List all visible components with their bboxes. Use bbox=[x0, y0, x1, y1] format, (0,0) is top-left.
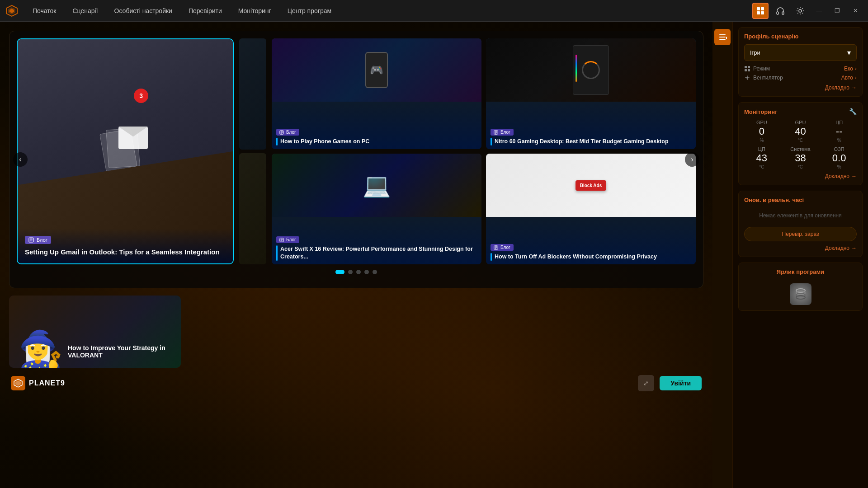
badge-text-2: Блог bbox=[500, 130, 510, 135]
cpu-temp-label: ЦП bbox=[744, 146, 779, 152]
arrow-right-monitoring-icon: → bbox=[851, 173, 857, 179]
monitor-ram: ОЗП 0.0 % bbox=[821, 146, 857, 169]
carousel-next-button[interactable]: › bbox=[685, 152, 699, 167]
svg-point-40 bbox=[746, 77, 748, 79]
scenario-dropdown[interactable]: Ігри ▾ bbox=[744, 44, 857, 61]
nav-scenarios[interactable]: Сценарії bbox=[65, 5, 105, 17]
dot-3[interactable] bbox=[356, 270, 361, 274]
rgb-strip bbox=[576, 55, 577, 82]
scenario-more-link[interactable]: Докладно → bbox=[744, 84, 857, 91]
monitor-system-temp: Система 38 °C bbox=[783, 146, 818, 169]
sidebar-toggle-button[interactable] bbox=[714, 29, 731, 45]
featured-card[interactable]: 3 Блог Setting Up bbox=[17, 38, 234, 264]
gpu-temp-value: 40 bbox=[783, 126, 818, 137]
dot-1[interactable] bbox=[335, 270, 344, 274]
blog-card-ad-blocker[interactable]: Block Ads Блог bbox=[486, 154, 696, 264]
svg-rect-24 bbox=[281, 239, 283, 240]
badge-text-4: Блог bbox=[500, 245, 510, 250]
carousel-prev-button[interactable]: ‹ bbox=[13, 152, 28, 167]
svg-rect-15 bbox=[281, 131, 283, 131]
minimize-button[interactable]: — bbox=[812, 4, 826, 18]
dot-4[interactable] bbox=[364, 270, 369, 274]
dot-2[interactable] bbox=[348, 270, 353, 274]
carousel-section: ‹ › 3 bbox=[9, 31, 703, 288]
monitoring-more-link[interactable]: Докладно → bbox=[744, 173, 857, 179]
blog-card-img-ad-blocker: Block Ads bbox=[486, 154, 696, 217]
svg-rect-17 bbox=[281, 133, 282, 133]
blue-bar-3 bbox=[276, 245, 278, 261]
fan-icon bbox=[744, 75, 750, 81]
featured-card-title: Setting Up Gmail in Outlook: Tips for a … bbox=[25, 248, 226, 257]
settings-icon-btn[interactable] bbox=[792, 3, 808, 19]
check-now-button[interactable]: Перевір. зараз bbox=[744, 227, 857, 241]
block-ads-key: Block Ads bbox=[576, 180, 607, 191]
planet9-icon-svg bbox=[13, 378, 23, 388]
scenario-dropdown-value: Ігри bbox=[750, 49, 760, 56]
wrench-icon[interactable]: 🔧 bbox=[849, 108, 857, 115]
app-logo bbox=[5, 5, 18, 17]
svg-rect-38 bbox=[745, 69, 747, 71]
ram-unit: % bbox=[821, 164, 857, 169]
carousel-grid: ‹ › 3 bbox=[17, 38, 696, 264]
blog-card-img-acer: 💻 bbox=[272, 154, 481, 217]
svg-rect-33 bbox=[719, 37, 726, 38]
blog-card-gaming-desktop[interactable]: Блог Nitro 60 Gaming Desktop: Best Mid T… bbox=[486, 38, 696, 149]
blog-card-acer[interactable]: 💻 Блог bbox=[272, 154, 481, 264]
svg-rect-21 bbox=[495, 133, 496, 133]
blog-cards-grid: 🎮 Блог bbox=[272, 38, 696, 264]
blue-bar-4 bbox=[491, 253, 492, 261]
valorant-character: 🧙‍♀️ bbox=[18, 332, 63, 368]
valorant-card[interactable]: 🧙‍♀️ How to Improve Your Strategy in VAL… bbox=[9, 296, 181, 368]
blog-card-title-row-2: Nitro 60 Gaming Desktop: Best Mid Tier B… bbox=[491, 138, 691, 145]
system-temp-label: Система bbox=[783, 146, 818, 152]
main-layout: ‹ › 3 bbox=[0, 22, 868, 488]
headset-icon-btn[interactable] bbox=[772, 3, 788, 19]
blog-card-img-gaming-desktop bbox=[486, 38, 696, 102]
footer-actions: ⤢ Увійти bbox=[638, 375, 702, 391]
svg-rect-37 bbox=[748, 66, 750, 68]
svg-rect-20 bbox=[495, 132, 497, 132]
coil-icon bbox=[793, 287, 808, 301]
close-button[interactable]: ✕ bbox=[848, 4, 863, 18]
shortcut-app-icon[interactable] bbox=[790, 283, 811, 305]
maximize-button[interactable]: ❐ bbox=[830, 4, 844, 18]
cpu-usage-value: -- bbox=[821, 126, 857, 137]
monitor-cpu-usage: ЦП -- % bbox=[821, 120, 857, 143]
carousel-dots bbox=[17, 270, 696, 274]
svg-rect-11 bbox=[30, 239, 33, 239]
scenario-profile-section: Профіль сценарію Ігри ▾ Режим bbox=[738, 27, 863, 97]
blog-card-phone-games[interactable]: 🎮 Блог bbox=[272, 38, 481, 149]
nav-app-center[interactable]: Центр програм bbox=[280, 5, 339, 17]
dot-5[interactable] bbox=[373, 270, 377, 274]
fan-value: Авто › bbox=[841, 75, 857, 81]
titlebar: Початок Сценарії Особисті настройки Пере… bbox=[0, 0, 868, 22]
svg-rect-12 bbox=[30, 239, 33, 240]
svg-rect-13 bbox=[30, 240, 32, 241]
realtime-more-link[interactable]: Докладно → bbox=[744, 245, 857, 251]
nav-personal[interactable]: Особисті настройки bbox=[107, 5, 179, 17]
shortcuts-title: Ярлик програми bbox=[777, 268, 824, 275]
window-controls: — ❐ ✕ bbox=[752, 3, 863, 19]
svg-rect-19 bbox=[495, 131, 497, 131]
expand-button[interactable]: ⤢ bbox=[638, 375, 654, 391]
nav-home[interactable]: Початок bbox=[25, 5, 63, 17]
ram-label: ОЗП bbox=[821, 146, 857, 152]
sidebar-toggle-icon bbox=[718, 33, 727, 42]
chevron-down-icon: ▾ bbox=[847, 48, 851, 57]
notification-badge: 3 bbox=[134, 89, 148, 103]
system-temp-unit: °C bbox=[783, 164, 818, 169]
gaming-pc-visual bbox=[486, 38, 696, 102]
blog-card-title-row-3: Acer Swift X 16 Review: Powerful Perform… bbox=[276, 245, 477, 261]
login-button[interactable]: Увійти bbox=[660, 376, 702, 390]
badge-text-3: Блог bbox=[286, 237, 296, 242]
app-mode-button[interactable] bbox=[752, 3, 769, 19]
svg-rect-39 bbox=[748, 69, 750, 71]
featured-blog-badge: Блог bbox=[25, 236, 51, 244]
blog-card-title-3: Acer Swift X 16 Review: Powerful Perform… bbox=[280, 245, 477, 261]
nav-menu: Початок Сценарії Особисті настройки Пере… bbox=[25, 5, 749, 17]
realtime-title: Онов. в реальн. часі bbox=[744, 197, 857, 203]
nav-check[interactable]: Перевірити bbox=[181, 5, 229, 17]
nav-monitoring[interactable]: Моніторинг bbox=[231, 5, 278, 17]
svg-rect-28 bbox=[495, 247, 497, 248]
blue-bar-1 bbox=[276, 138, 278, 145]
